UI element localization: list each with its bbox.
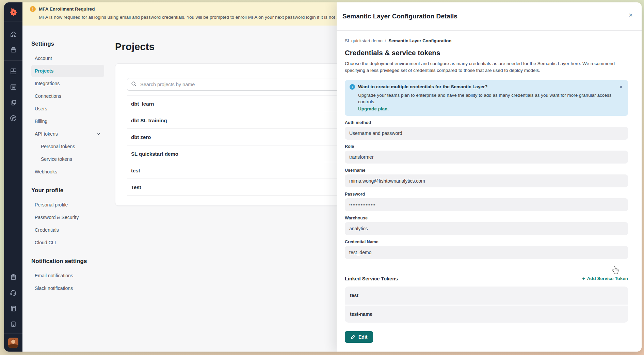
sidebar-item-connections[interactable]: Connections	[31, 90, 104, 102]
desktop-background: ! MFA Enrollment Required MFA is now req…	[0, 0, 644, 355]
docs-book-nav-button[interactable]	[4, 300, 22, 316]
overlapping-squares-icon	[10, 99, 17, 106]
dashboard-grid-icon	[10, 68, 17, 75]
edit-button[interactable]: Edit	[345, 331, 373, 343]
code-editor-icon	[10, 83, 17, 91]
sidebar-item-projects[interactable]: Projects	[31, 65, 104, 77]
settings-nav: Settings Account Projects Integrations C…	[22, 26, 108, 352]
breadcrumb: SL quickstart demo / Semantic Layer Conf…	[345, 38, 628, 43]
sidebar-item-billing[interactable]: Billing	[31, 115, 104, 127]
semantic-layer-config-panel: Semantic Layer Configuration Details × S…	[337, 2, 642, 352]
dashboards-nav-button[interactable]	[4, 63, 22, 79]
panel-content: SL quickstart demo / Semantic Layer Conf…	[337, 31, 642, 352]
sidebar-item-personal-profile[interactable]: Personal profile	[31, 199, 104, 211]
changelog-nav-button[interactable]	[4, 269, 22, 285]
username-field: Username mirna.wong@fishtownanalytics.co…	[345, 168, 628, 187]
upgrade-info-banner: i Want to create multiple credentials fo…	[345, 80, 628, 116]
warehouse-field: Warehouse analytics	[345, 216, 628, 235]
auth-method-value: Username and password	[345, 127, 628, 140]
your-profile-title: Your profile	[31, 187, 104, 194]
avatar-portrait-icon	[8, 338, 18, 348]
info-banner-title: Want to create multiple credentials for …	[358, 84, 488, 89]
linked-service-tokens-title: Linked Service Tokens	[345, 276, 398, 281]
service-tokens-list: test test-name	[345, 287, 628, 323]
explore-nav-button[interactable]	[4, 110, 22, 126]
building-icon	[10, 321, 17, 328]
role-value: transformer	[345, 151, 628, 164]
warehouse-value: analytics	[345, 222, 628, 235]
info-icon: i	[350, 84, 355, 90]
chevron-down-icon	[96, 132, 101, 136]
info-close-icon[interactable]: ×	[619, 84, 623, 90]
service-token-row[interactable]: test	[345, 287, 628, 305]
credentials-section-description: Choose the deployment environment and co…	[345, 60, 628, 74]
app-window: ! MFA Enrollment Required MFA is now req…	[4, 2, 642, 352]
breadcrumb-project-link[interactable]: SL quickstart demo	[345, 38, 383, 43]
sidebar-item-personal-tokens[interactable]: Personal tokens	[31, 140, 104, 153]
deploy-nav-button[interactable]	[4, 42, 22, 58]
book-icon	[10, 305, 17, 312]
notification-settings-title: Notification settings	[31, 258, 104, 265]
upgrade-plan-link[interactable]: Upgrade plan.	[358, 106, 623, 111]
panel-title: Semantic Layer Configuration Details	[342, 13, 457, 20]
develop-ide-nav-button[interactable]	[4, 79, 22, 95]
home-icon	[10, 31, 17, 38]
pencil-icon	[351, 334, 356, 339]
headset-icon	[10, 289, 17, 296]
info-banner-body: Upgrade your teams plan to enterprise an…	[358, 92, 623, 105]
user-menu[interactable]	[4, 333, 22, 352]
dbt-logo-icon	[9, 7, 18, 16]
username-value: mirna.wong@fishtownanalytics.com	[345, 174, 628, 187]
sidebar-item-account[interactable]: Account	[31, 52, 104, 64]
role-field: Role transformer	[345, 144, 628, 164]
service-token-row[interactable]: test-name	[345, 305, 628, 323]
breadcrumb-current: Semantic Layer Configuration	[388, 38, 451, 43]
sidebar-item-users[interactable]: Users	[31, 103, 104, 115]
sidebar-item-webhooks[interactable]: Webhooks	[31, 166, 104, 178]
credential-name-field: Credential Name test_demo	[345, 240, 628, 259]
deploy-icon	[10, 46, 17, 53]
clipboard-icon	[10, 274, 17, 281]
credentials-section-title: Credentials & service tokens	[345, 49, 628, 57]
plus-icon: +	[582, 276, 585, 281]
sidebar-item-api-tokens[interactable]: API tokens	[31, 128, 104, 140]
warning-icon: !	[30, 6, 36, 12]
sidebar-item-credentials[interactable]: Credentials	[31, 224, 104, 236]
sidebar-item-cloud-cli[interactable]: Cloud CLI	[31, 236, 104, 249]
sidebar-item-password-security[interactable]: Password & Security	[31, 211, 104, 223]
home-nav-button[interactable]	[4, 26, 22, 42]
sidebar-item-email-notifications[interactable]: Email notifications	[31, 269, 104, 282]
compass-icon	[10, 114, 17, 122]
close-icon[interactable]: ×	[629, 11, 633, 18]
organization-nav-button[interactable]	[4, 316, 22, 332]
password-field: Password ••••••••••••••••	[345, 192, 628, 211]
mfa-banner-title: MFA Enrollment Required	[39, 6, 95, 12]
support-nav-button[interactable]	[4, 285, 22, 300]
icon-sidebar	[4, 2, 22, 352]
auth-method-field: Auth method Username and password	[345, 120, 628, 140]
sidebar-item-slack-notifications[interactable]: Slack notifications	[31, 282, 104, 294]
credential-name-value: test_demo	[345, 246, 628, 259]
settings-nav-title: Settings	[31, 41, 104, 47]
password-value: ••••••••••••••••	[345, 198, 628, 211]
sidebar-item-service-tokens[interactable]: Service tokens	[31, 153, 104, 165]
docs-share-nav-button[interactable]	[4, 95, 22, 110]
avatar	[8, 338, 18, 348]
dbt-logo[interactable]	[4, 2, 22, 21]
sidebar-item-integrations[interactable]: Integrations	[31, 77, 104, 90]
add-service-token-button[interactable]: + Add Service Token	[582, 276, 628, 281]
search-icon	[131, 81, 137, 87]
